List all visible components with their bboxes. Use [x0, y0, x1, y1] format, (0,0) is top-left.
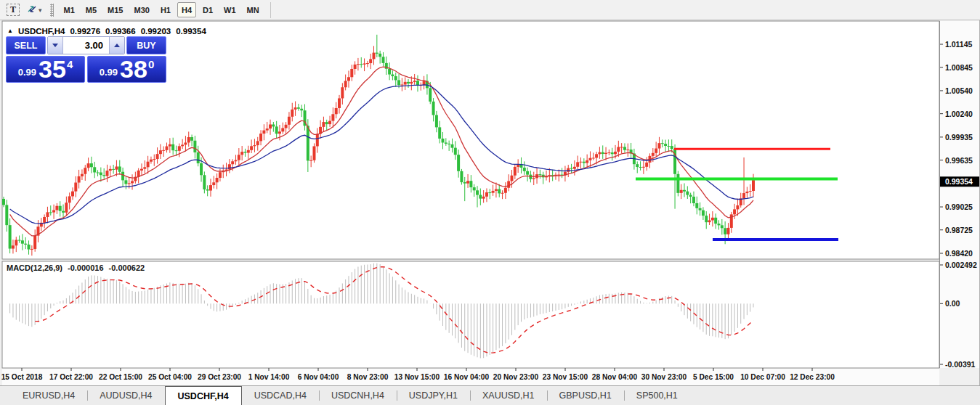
buy-price-prefix: 0.99	[100, 67, 118, 78]
timeframe-button-mn[interactable]: MN	[243, 2, 264, 17]
macd-name: MACD(12,26,9)	[7, 263, 62, 272]
buy-price-pips: 38	[120, 59, 147, 80]
volume-increase-button[interactable]	[109, 37, 124, 54]
svg-text:1.00240: 1.00240	[945, 110, 973, 118]
timeframe-button-d1[interactable]: D1	[198, 2, 217, 17]
timeframe-button-m15[interactable]: M15	[103, 2, 127, 17]
sell-price-pips: 35	[39, 59, 66, 80]
svg-text:29 Oct 23:00: 29 Oct 23:00	[198, 373, 241, 381]
text-tool-icon: T	[7, 4, 20, 16]
cycle-arrows-button[interactable]: ▾	[24, 2, 44, 18]
timeframe-button-w1[interactable]: W1	[219, 2, 240, 17]
svg-text:0.99935: 0.99935	[945, 133, 973, 142]
svg-text:0.98420: 0.98420	[945, 249, 973, 258]
svg-text:16 Nov 04:00: 16 Nov 04:00	[444, 373, 490, 381]
tab-audusd-h4[interactable]: AUDUSD,H4	[87, 386, 164, 405]
close-value: 0.99354	[176, 27, 206, 36]
svg-text:0.99635: 0.99635	[945, 156, 973, 165]
svg-text:28 Nov 04:00: 28 Nov 04:00	[592, 373, 638, 381]
tab-usdcnh-h4[interactable]: USDCNH,H4	[319, 386, 397, 405]
sell-button[interactable]: SELL	[6, 36, 46, 54]
svg-text:0.98725: 0.98725	[945, 226, 973, 234]
svg-text:1.00845: 1.00845	[945, 63, 973, 72]
macd-indicator-label: MACD(12,26,9) -0.000016 -0.000622	[7, 263, 145, 272]
tab-usdchf-h4[interactable]: USDCHF,H4	[165, 386, 242, 405]
timeframe-button-m1[interactable]: M1	[60, 2, 79, 17]
timeframe-button-m30[interactable]: M30	[130, 2, 154, 17]
timeframe-button-h4[interactable]: H4	[177, 2, 196, 17]
tab-xauusd-h1[interactable]: XAUUSD,H1	[470, 386, 547, 405]
high-value: 0.99366	[105, 27, 136, 36]
sell-price-point: 4	[67, 58, 73, 70]
svg-text:1.00540: 1.00540	[945, 86, 973, 95]
buy-price-point: 0	[148, 58, 154, 70]
svg-text:0.99354: 0.99354	[945, 177, 973, 186]
svg-text:5 Dec 15:00: 5 Dec 15:00	[693, 373, 734, 381]
collapse-panel-icon[interactable]: ▲	[7, 28, 13, 34]
buy-button[interactable]: BUY	[126, 36, 166, 54]
macd-main-value: -0.000016	[68, 263, 104, 272]
svg-text:-0.00391: -0.00391	[945, 360, 976, 369]
svg-text:25 Oct 04:00: 25 Oct 04:00	[148, 373, 192, 381]
trade-panel: SELL BUY 0.99354 0.99380	[6, 36, 166, 83]
tab-eurusd-h4[interactable]: EURUSD,H4	[10, 386, 87, 405]
tab-sp500-h1[interactable]: SP500,H1	[624, 386, 690, 405]
symbol-tab-bar: EURUSD,H4 AUDUSD,H4 USDCHF,H4 USDCAD,H4 …	[0, 385, 980, 405]
toolbar: T ▾ M1 M5 M15 M30 H1 H4 D1 W1 MN	[0, 0, 980, 20]
timeframe-button-m5[interactable]: M5	[81, 2, 101, 17]
timeframe-button-h1[interactable]: H1	[156, 2, 175, 17]
low-value: 0.99203	[141, 27, 171, 36]
triangle-down-icon	[52, 44, 58, 47]
tab-usdjpy-h1[interactable]: USDJPY,H1	[397, 386, 470, 405]
svg-text:12 Dec 23:00: 12 Dec 23:00	[790, 373, 835, 381]
svg-text:15 Oct 2018: 15 Oct 2018	[1, 373, 43, 381]
svg-text:20 Nov 23:00: 20 Nov 23:00	[493, 373, 539, 381]
svg-text:17 Oct 22:00: 17 Oct 22:00	[49, 373, 93, 381]
symbol-label: USDCHF,H4	[18, 27, 65, 36]
chevron-down-icon: ▾	[39, 7, 42, 14]
buy-price-display[interactable]: 0.99380	[87, 56, 166, 83]
volume-spinner	[47, 36, 125, 54]
sell-price-display[interactable]: 0.99354	[6, 56, 85, 83]
svg-text:0.00: 0.00	[945, 299, 960, 308]
svg-text:1.01145: 1.01145	[945, 40, 973, 49]
toolbar-separator	[270, 2, 271, 18]
double-arrow-icon	[26, 4, 38, 17]
svg-text:6 Nov 04:00: 6 Nov 04:00	[298, 373, 339, 381]
svg-text:23 Nov 15:00: 23 Nov 15:00	[543, 373, 588, 381]
svg-text:0.002492: 0.002492	[945, 261, 977, 269]
sell-price-prefix: 0.99	[18, 67, 36, 78]
chart-ohlc-readout: ▲ USDCHF,H4 0.99276 0.99366 0.99203 0.99…	[7, 27, 206, 36]
svg-text:10 Dec 07:00: 10 Dec 07:00	[740, 373, 785, 381]
svg-text:0.99025: 0.99025	[945, 202, 973, 211]
volume-input[interactable]	[63, 37, 109, 54]
tab-gbpusd-h1[interactable]: GBPUSD,H1	[547, 386, 624, 405]
triangle-up-icon	[114, 44, 120, 47]
svg-text:30 Nov 23:00: 30 Nov 23:00	[641, 373, 687, 381]
toolbar-grip[interactable]	[50, 4, 54, 17]
svg-text:22 Oct 15:00: 22 Oct 15:00	[99, 373, 142, 381]
svg-text:8 Nov 23:00: 8 Nov 23:00	[347, 373, 389, 381]
open-value: 0.99276	[70, 27, 100, 36]
svg-text:13 Nov 15:00: 13 Nov 15:00	[394, 373, 440, 381]
volume-decrease-button[interactable]	[48, 37, 63, 54]
svg-text:1 Nov 14:00: 1 Nov 14:00	[248, 373, 290, 381]
macd-signal-value: -0.000622	[109, 263, 145, 272]
tab-usdcad-h4[interactable]: USDCAD,H4	[242, 386, 319, 405]
text-tool-button[interactable]: T	[4, 2, 22, 18]
